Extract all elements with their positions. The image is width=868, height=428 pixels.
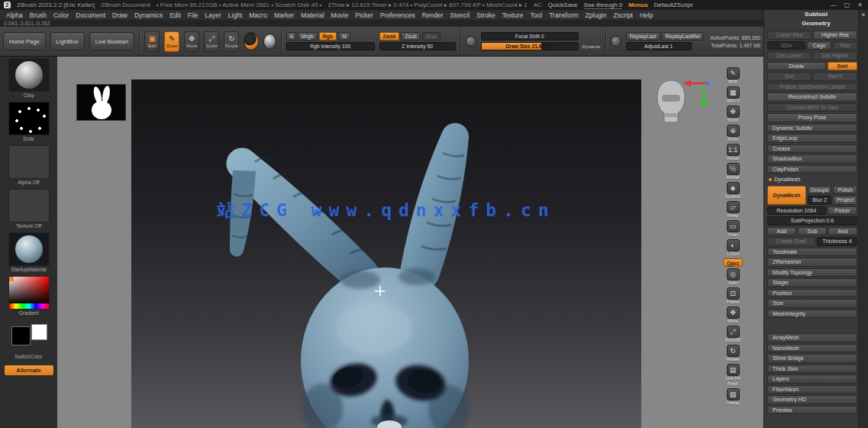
replay-last-button[interactable]: ReplayLast bbox=[626, 32, 660, 41]
thickness-slider[interactable]: Thickness 4 bbox=[817, 237, 857, 246]
sub-toggle[interactable]: Sub bbox=[798, 227, 827, 236]
reuv-button[interactable]: ReUV bbox=[813, 72, 857, 81]
white-swatch[interactable] bbox=[31, 324, 47, 340]
claypolish-section[interactable]: ClayPolish bbox=[767, 165, 857, 174]
divide-button[interactable]: Divide bbox=[767, 62, 826, 71]
proxy-pose-button[interactable]: Proxy Pose bbox=[767, 113, 857, 122]
menu-preferences[interactable]: Preferences bbox=[380, 11, 415, 19]
draw-size-slider[interactable]: Draw Size 21.62277 bbox=[481, 42, 579, 50]
hue-strip[interactable] bbox=[9, 303, 49, 309]
rotate-mode-button[interactable]: ↻ Rotate bbox=[224, 31, 239, 52]
rgb-button[interactable]: Rgb bbox=[319, 32, 337, 41]
freeze-subdivision-button[interactable]: Freeze SubDivision Levels bbox=[767, 83, 857, 92]
zcut-button[interactable]: Zcut bbox=[422, 32, 440, 41]
switchcolor-thumbnail[interactable] bbox=[8, 319, 50, 353]
menu-macro[interactable]: Macro bbox=[249, 11, 267, 19]
home-page-button[interactable]: Home Page bbox=[3, 32, 46, 50]
texture-off-thumbnail[interactable] bbox=[8, 189, 50, 222]
m-button[interactable]: M bbox=[338, 32, 350, 41]
shadowbox-section[interactable]: ShadowBox bbox=[767, 154, 857, 164]
project-toggle[interactable]: Project bbox=[833, 196, 857, 205]
shelf-item-qgvz[interactable]: Qgvz bbox=[723, 258, 743, 267]
menu-document[interactable]: Document bbox=[76, 11, 105, 19]
menu-layer[interactable]: Layer bbox=[205, 11, 221, 19]
shelf-item-scroll[interactable]: ✥Scroll bbox=[727, 105, 740, 123]
modify-topology-section[interactable]: Modify Topology bbox=[767, 268, 857, 277]
geometry-palette-header[interactable]: Geometry bbox=[764, 19, 868, 28]
z-intensity-slider[interactable]: Z Intensity 50 bbox=[379, 42, 456, 50]
tessimate-section[interactable]: Tessimate bbox=[767, 248, 857, 257]
minimize-button[interactable]: — bbox=[831, 2, 837, 8]
section-layers[interactable]: Layers bbox=[767, 374, 857, 384]
suv-toggle[interactable]: Suv bbox=[767, 72, 812, 81]
sdiv-slider[interactable]: SDiv bbox=[767, 41, 805, 50]
alternate-button[interactable]: Alternate bbox=[5, 365, 53, 375]
menu-alpha[interactable]: Alpha bbox=[6, 11, 23, 19]
cage-button[interactable]: Cage bbox=[807, 41, 831, 50]
subprojection-slider[interactable]: SubProjection 0.6 bbox=[767, 216, 857, 225]
menu-color[interactable]: Color bbox=[53, 11, 69, 19]
and-toggle[interactable]: And bbox=[828, 227, 857, 236]
section-geometry-hd[interactable]: Geometry HD bbox=[767, 395, 857, 404]
zadd-button[interactable]: Zadd bbox=[379, 32, 400, 41]
menu-brush[interactable]: Brush bbox=[30, 11, 47, 19]
zremesher-section[interactable]: ZRemesher bbox=[767, 258, 857, 267]
focal-gizmo-icon[interactable] bbox=[466, 36, 476, 47]
dynamesh-button[interactable]: DynaMesh bbox=[767, 186, 806, 205]
shelf-item-dynamic[interactable]: ◈Dynamic bbox=[724, 182, 741, 199]
shelf-item-bpr[interactable]: ✎BPR bbox=[727, 67, 740, 85]
menu-texture[interactable]: Texture bbox=[502, 11, 524, 19]
section-fibermesh[interactable]: FiberMesh bbox=[767, 385, 857, 394]
menu-render[interactable]: Render bbox=[422, 11, 444, 19]
menu-draw[interactable]: Draw bbox=[112, 11, 127, 19]
groups-toggle[interactable]: Groups bbox=[808, 186, 832, 195]
higher-res-button[interactable]: Higher Res bbox=[813, 31, 857, 40]
dynamesh-section-label[interactable]: DynaMesh bbox=[774, 176, 800, 183]
shelf-item-l-sym[interactable]: ◐L.Sym bbox=[727, 239, 740, 257]
menu-stencil[interactable]: Stencil bbox=[450, 11, 470, 19]
document-canvas[interactable]: 站ZCG www.qdnxxfb.cn bbox=[131, 79, 641, 428]
size-section[interactable]: Size bbox=[767, 299, 857, 308]
dynamic-subdiv-section[interactable]: Dynamic Subdiv bbox=[767, 124, 857, 133]
clay-thumbnail[interactable] bbox=[8, 58, 50, 92]
shelf-item-spix-3[interactable]: ▦SPix 3 bbox=[727, 86, 740, 104]
menu-dynamics[interactable]: Dynamics bbox=[134, 11, 163, 19]
seethrough-slider[interactable]: See-through 0 bbox=[584, 2, 623, 9]
menu-zplugin[interactable]: Zplugin bbox=[586, 11, 607, 19]
skull-model[interactable] bbox=[131, 79, 641, 428]
dots-thumbnail[interactable] bbox=[8, 102, 50, 135]
polish-toggle[interactable]: Polish bbox=[833, 186, 857, 195]
adjust-last-slider[interactable]: AdjustLast 1 bbox=[626, 42, 692, 50]
focal-shift-slider[interactable]: Focal Shift 0 bbox=[481, 32, 579, 41]
black-swatch[interactable] bbox=[11, 326, 31, 345]
del-higher-button[interactable]: Del Higher bbox=[813, 51, 857, 60]
panel-close-icon[interactable]: ✕ bbox=[861, 11, 866, 18]
menu-file[interactable]: File bbox=[188, 11, 198, 19]
menu-help[interactable]: Help bbox=[640, 11, 653, 19]
shelf-item-rotate[interactable]: ↻Rotate bbox=[727, 345, 740, 362]
add-toggle[interactable]: Add bbox=[767, 227, 796, 236]
panel-scrollbar[interactable] bbox=[858, 10, 868, 428]
stroke-type-icon[interactable] bbox=[263, 34, 276, 50]
shelf-item-transp[interactable]: ▨Transp bbox=[727, 388, 740, 406]
draw-mode-button[interactable]: ✎ Draw bbox=[164, 31, 179, 52]
section-arraymesh[interactable]: ArrayMesh bbox=[767, 333, 857, 342]
shelf-item-zoom3d[interactable]: ⤢Zoom3D bbox=[724, 326, 741, 343]
resolution-slider[interactable]: Resolution 1064 bbox=[767, 206, 826, 216]
shelf-item-floor[interactable]: ▭Floor bbox=[727, 220, 740, 238]
maximize-button[interactable]: ▢ bbox=[844, 2, 850, 8]
rstr-button[interactable]: Rstr bbox=[833, 41, 857, 50]
current-brush-icon[interactable] bbox=[244, 32, 258, 50]
axis-gizmo[interactable] bbox=[682, 76, 712, 110]
reconstruct-subdiv-button[interactable]: Reconstruct Subdiv bbox=[767, 92, 857, 102]
default-zscript-button[interactable]: DefaultZScript bbox=[654, 2, 693, 8]
rgb-intensity-slider[interactable]: Rgb Intensity 100 bbox=[286, 42, 375, 50]
shelf-item-frame[interactable]: ⊡Frame bbox=[727, 287, 740, 305]
qgvz-button[interactable]: Qgvz bbox=[723, 258, 743, 267]
menu-edit[interactable]: Edit bbox=[169, 11, 181, 19]
dynamic-label[interactable]: Dynamic bbox=[582, 44, 601, 49]
shelf-item-solo[interactable]: ◎Solo bbox=[727, 268, 740, 286]
shelf-item-line-fill-polyf[interactable]: ▤Line Fill PolyF bbox=[721, 364, 745, 387]
del-lower-button[interactable]: Del Lower bbox=[767, 51, 812, 60]
live-boolean-button[interactable]: Live Boolean bbox=[89, 32, 134, 50]
